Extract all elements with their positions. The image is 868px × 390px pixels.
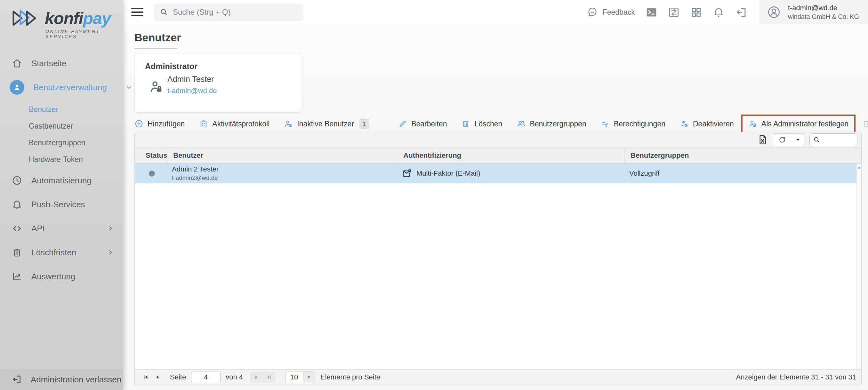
edit-button[interactable]: Bearbeiten: [398, 119, 447, 128]
permissions-button[interactable]: Berechtigungen: [601, 119, 665, 128]
plus-circle-icon: [134, 119, 144, 128]
user-account-menu[interactable]: t-admin@wd.de windata GmbH & Co. KG: [759, 0, 868, 24]
column-header-status[interactable]: Status: [135, 148, 167, 163]
deactivate-button[interactable]: Deaktivieren: [680, 119, 734, 128]
page-of-label: von 4: [226, 373, 243, 381]
terminal-icon[interactable]: [646, 6, 657, 18]
leave-administration-button[interactable]: Administration verlassen: [0, 369, 123, 390]
person-off-icon: [284, 119, 293, 128]
caret-down-icon: [795, 137, 801, 143]
person-disable-icon: [680, 119, 689, 128]
last-page-icon: [266, 374, 273, 381]
previous-page-button[interactable]: [151, 371, 163, 383]
user-email: t-admin@wd.de: [788, 3, 859, 13]
trash-icon: [461, 119, 470, 128]
bell-icon: [11, 199, 22, 210]
caret-down-icon: [306, 375, 311, 380]
column-header-authentifizierung[interactable]: Authentifizierung: [397, 148, 624, 163]
sidebar-item-api[interactable]: API: [0, 218, 123, 239]
user-groups-button[interactable]: Benutzergruppen: [517, 119, 586, 128]
grid-search-input[interactable]: [823, 136, 854, 143]
apps-grid-icon[interactable]: [690, 6, 702, 18]
table-scrollbar[interactable]: [857, 164, 861, 369]
transfer-icon[interactable]: [668, 6, 680, 18]
invite-button[interactable]: Einladen: [863, 119, 868, 128]
logout-icon[interactable]: [735, 6, 747, 18]
sidebar-item-gastbenutzer[interactable]: Gastbenutzer: [0, 118, 123, 134]
table-body-empty: [135, 183, 861, 369]
code-icon: [11, 223, 22, 234]
inactive-users-button[interactable]: Inaktive Benutzer 1: [284, 119, 369, 129]
admin-name: Admin Tester: [167, 74, 214, 84]
brand-logo[interactable]: konfipay ONLINE PAYMENT SERVICES: [0, 0, 123, 39]
person-lock-icon: [149, 79, 163, 94]
sidebar-nav: Startseite Benutzerverwaltung Benutzer G…: [0, 39, 123, 287]
column-header-benutzergruppen[interactable]: Benutzergruppen: [624, 148, 861, 163]
row-user-email: t-admin2@wd.de: [172, 174, 396, 182]
sidebar-item-benutzer[interactable]: Benutzer: [0, 101, 123, 118]
page-size-select[interactable]: 10: [285, 371, 315, 383]
main-content: Benutzer Administrator Admin Tester t-ad…: [123, 24, 868, 390]
sidebar-item-benutzergruppen[interactable]: Benutzergruppen: [0, 134, 123, 151]
top-header: Feedback t-admin@wd.de windata GmbH & Co…: [123, 0, 868, 24]
row-auth-method: Multi-Faktor (E-Mail): [416, 169, 480, 177]
pagination-summary: Anzeigen der Elemente 31 - 31 von 31: [736, 373, 856, 381]
search-icon: [159, 8, 168, 17]
sidebar-item-automatisierung[interactable]: Automatisierung: [0, 170, 123, 191]
column-header-benutzer[interactable]: Benutzer: [167, 148, 397, 163]
activity-log-button[interactable]: Aktivitätsprotokoll: [199, 119, 270, 128]
grid-search[interactable]: [809, 133, 858, 146]
status-dot: [149, 170, 155, 176]
list-check-icon: [601, 119, 610, 128]
refresh-options-button[interactable]: [791, 134, 805, 146]
previous-page-icon: [154, 374, 161, 381]
feedback-chat-icon: [587, 6, 598, 18]
feedback-button[interactable]: Feedback: [587, 6, 635, 18]
first-page-button[interactable]: [140, 371, 151, 383]
sidebar-item-auswertung[interactable]: Auswertung: [0, 266, 123, 287]
person-lock-icon: [748, 119, 757, 128]
pager-disabled-group: [250, 371, 276, 383]
sidebar-item-push-services[interactable]: Push-Services: [0, 194, 123, 215]
global-search-input[interactable]: [173, 8, 298, 17]
menu-toggle-button[interactable]: [131, 6, 144, 19]
scroll-up-arrow-icon[interactable]: [858, 166, 861, 169]
delete-button[interactable]: Löschen: [461, 119, 502, 128]
table-header: Status Benutzer Authentifizierung Benutz…: [135, 148, 861, 163]
chevron-right-icon: [106, 224, 115, 233]
page-number-input[interactable]: [191, 371, 220, 383]
brand-name: konfipay: [45, 9, 111, 28]
set-as-administrator-button[interactable]: Als Administrator festlegen: [748, 119, 848, 128]
table-row[interactable]: Admin 2 Tester t-admin2@wd.de Multi-Fakt…: [135, 163, 861, 183]
next-page-button[interactable]: [250, 371, 263, 383]
inactive-users-badge: 1: [359, 119, 369, 129]
sidebar-item-benutzerverwaltung[interactable]: Benutzerverwaltung: [0, 77, 123, 98]
add-user-button[interactable]: Hinzufügen: [134, 119, 185, 128]
admin-email-link[interactable]: t-admin@wd.de: [167, 87, 217, 95]
refresh-icon: [778, 136, 786, 144]
refresh-button[interactable]: [773, 134, 791, 146]
title-underline: [134, 48, 177, 48]
konfipay-logo-icon: [11, 8, 41, 28]
global-search[interactable]: [154, 3, 303, 21]
export-excel-icon[interactable]: [757, 134, 769, 145]
user-company: windata GmbH & Co. KG: [788, 12, 859, 21]
refresh-split-button: [773, 133, 805, 146]
sidebar-item-startseite[interactable]: Startseite: [0, 53, 123, 73]
envelope-icon: [863, 119, 868, 128]
first-page-icon: [142, 374, 149, 381]
last-page-button[interactable]: [263, 371, 276, 383]
search-icon: [813, 136, 820, 144]
row-user-name: Admin 2 Tester: [172, 165, 396, 174]
mail-lock-icon: [402, 168, 412, 178]
chart-icon: [11, 271, 22, 282]
sidebar-item-hardware-token[interactable]: Hardware-Token: [0, 151, 123, 168]
clipboard-icon: [199, 119, 208, 128]
sidebar-item-loeschfristen[interactable]: Löschfristen: [0, 242, 123, 263]
row-user-groups: Vollzugriff: [629, 169, 660, 177]
page-label: Seite: [170, 373, 186, 381]
page-size-caret: [303, 371, 315, 383]
per-page-label: Elemente pro Seite: [320, 373, 380, 381]
users-grid: Status Benutzer Authentifizierung Benutz…: [134, 132, 862, 385]
notifications-bell-icon[interactable]: [713, 6, 724, 18]
